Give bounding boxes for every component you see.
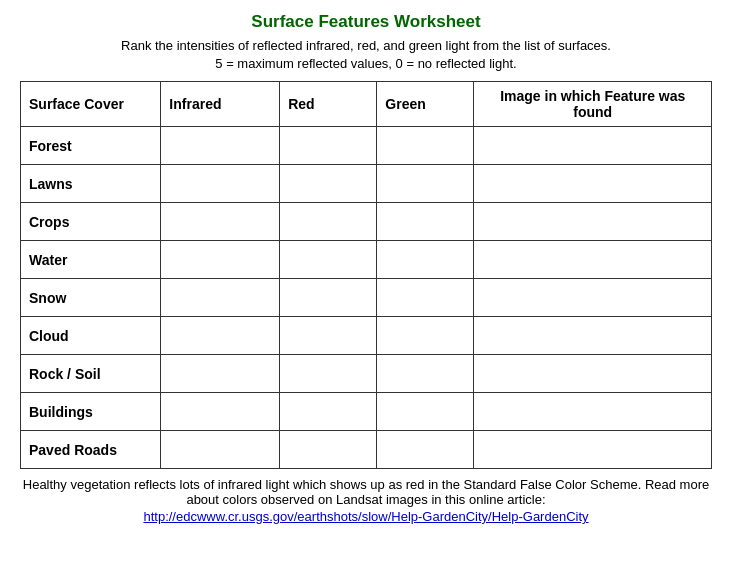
green-cell[interactable] [377,203,474,241]
red-input[interactable] [288,442,368,458]
infrared-cell[interactable] [161,203,280,241]
image-cell[interactable] [474,393,712,431]
header-red: Red [280,82,377,127]
red-input[interactable] [288,404,368,420]
image-input[interactable] [482,138,703,154]
table-row: Buildings [21,393,712,431]
table-row: Cloud [21,317,712,355]
red-cell[interactable] [280,127,377,165]
green-input[interactable] [385,328,465,344]
image-input[interactable] [482,290,703,306]
red-cell[interactable] [280,317,377,355]
image-input[interactable] [482,404,703,420]
infrared-cell[interactable] [161,355,280,393]
green-cell[interactable] [377,165,474,203]
infrared-input[interactable] [169,328,271,344]
image-input[interactable] [482,176,703,192]
surface-label: Buildings [21,393,161,431]
green-cell[interactable] [377,241,474,279]
footer-link[interactable]: http://edcwww.cr.usgs.gov/earthshots/slo… [20,509,712,524]
surface-label: Water [21,241,161,279]
table-row: Water [21,241,712,279]
image-cell[interactable] [474,241,712,279]
red-input[interactable] [288,328,368,344]
red-cell[interactable] [280,393,377,431]
red-input[interactable] [288,252,368,268]
surface-label: Forest [21,127,161,165]
table-row: Lawns [21,165,712,203]
table-row: Snow [21,279,712,317]
image-cell[interactable] [474,317,712,355]
green-cell[interactable] [377,127,474,165]
surface-label: Lawns [21,165,161,203]
infrared-cell[interactable] [161,127,280,165]
image-input[interactable] [482,366,703,382]
image-cell[interactable] [474,127,712,165]
image-cell[interactable] [474,279,712,317]
infrared-input[interactable] [169,290,271,306]
green-input[interactable] [385,138,465,154]
red-cell[interactable] [280,165,377,203]
surface-label: Cloud [21,317,161,355]
green-input[interactable] [385,442,465,458]
page-title: Surface Features Worksheet [20,12,712,32]
red-input[interactable] [288,214,368,230]
red-cell[interactable] [280,241,377,279]
infrared-cell[interactable] [161,393,280,431]
image-cell[interactable] [474,355,712,393]
green-input[interactable] [385,252,465,268]
green-input[interactable] [385,366,465,382]
red-cell[interactable] [280,279,377,317]
green-input[interactable] [385,214,465,230]
infrared-cell[interactable] [161,165,280,203]
infrared-cell[interactable] [161,279,280,317]
infrared-cell[interactable] [161,317,280,355]
subtitle1: Rank the intensities of reflected infrar… [20,38,712,53]
infrared-input[interactable] [169,366,271,382]
green-cell[interactable] [377,355,474,393]
infrared-input[interactable] [169,252,271,268]
footer-text: Healthy vegetation reflects lots of infr… [20,477,712,507]
table-row: Forest [21,127,712,165]
red-cell[interactable] [280,203,377,241]
red-cell[interactable] [280,431,377,469]
table-row: Rock / Soil [21,355,712,393]
infrared-input[interactable] [169,138,271,154]
image-cell[interactable] [474,431,712,469]
surface-label: Rock / Soil [21,355,161,393]
infrared-input[interactable] [169,442,271,458]
red-input[interactable] [288,290,368,306]
image-input[interactable] [482,214,703,230]
red-input[interactable] [288,138,368,154]
green-cell[interactable] [377,393,474,431]
image-input[interactable] [482,328,703,344]
surface-label: Snow [21,279,161,317]
green-input[interactable] [385,404,465,420]
green-cell[interactable] [377,431,474,469]
infrared-cell[interactable] [161,431,280,469]
infrared-cell[interactable] [161,241,280,279]
green-input[interactable] [385,176,465,192]
infrared-input[interactable] [169,176,271,192]
header-image: Image in which Feature was found [474,82,712,127]
header-green: Green [377,82,474,127]
infrared-input[interactable] [169,214,271,230]
image-input[interactable] [482,252,703,268]
worksheet-table: Surface Cover Infrared Red Green Image i… [20,81,712,469]
surface-label: Paved Roads [21,431,161,469]
green-cell[interactable] [377,317,474,355]
red-input[interactable] [288,176,368,192]
red-input[interactable] [288,366,368,382]
red-cell[interactable] [280,355,377,393]
image-cell[interactable] [474,165,712,203]
surface-label: Crops [21,203,161,241]
table-row: Crops [21,203,712,241]
image-cell[interactable] [474,203,712,241]
infrared-input[interactable] [169,404,271,420]
header-surface: Surface Cover [21,82,161,127]
green-input[interactable] [385,290,465,306]
green-cell[interactable] [377,279,474,317]
header-infrared: Infrared [161,82,280,127]
subtitle2: 5 = maximum reflected values, 0 = no ref… [20,56,712,71]
image-input[interactable] [482,442,703,458]
